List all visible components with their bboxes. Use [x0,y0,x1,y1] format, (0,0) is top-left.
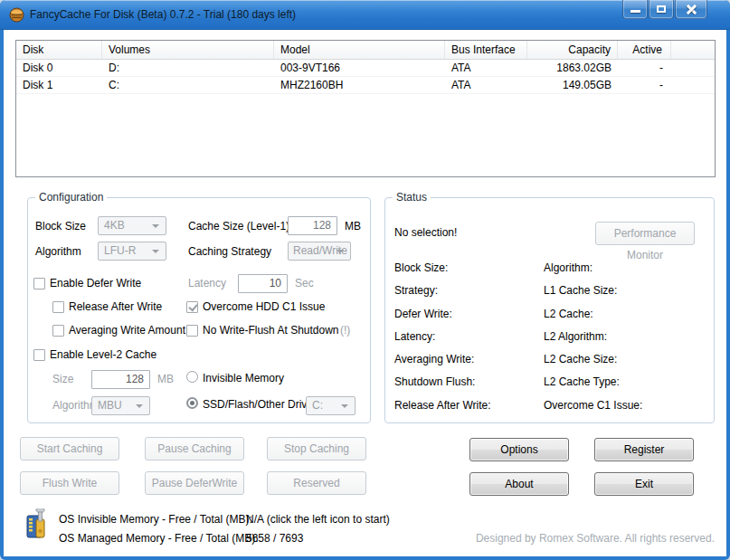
cell-capacity: 1863.02GB [527,60,618,76]
options-button[interactable]: Options [469,438,569,461]
column-header-active[interactable]: Active [618,41,671,59]
averaging-write-amount-label: Averaging Write Amount [69,324,185,337]
chevron-down-icon [136,404,143,408]
cache-size-label: Cache Size (Level-1) [188,220,289,233]
l2-algorithm-select[interactable]: MBU [91,396,150,415]
close-button[interactable] [675,0,707,19]
status-field-label: L2 Algorithm: [544,330,706,353]
enable-defer-write-checkbox[interactable] [33,278,45,289]
averaging-write-amount-checkbox[interactable] [52,325,64,337]
status-field-label: Release After Write: [394,399,544,422]
chevron-down-icon [337,250,344,253]
os-invisible-memory-label: OS Invisible Memory - Free / Total (MB): [59,513,252,527]
cell-model: 003-9VT166 [274,60,445,76]
status-group: Status No selection! Performance Monitor… [384,197,715,423]
app-window: FancyCache For Disk (Beta) 0.7.2 - Trial… [0,0,730,560]
reserved-button[interactable]: Reserved [267,471,366,495]
chevron-down-icon [341,404,348,408]
release-after-write-checkbox[interactable] [52,301,64,313]
minimize-icon [630,10,640,13]
invisible-memory-label: Invisible Memory [203,372,284,385]
caching-strategy-select[interactable]: Read/Write [288,242,351,261]
no-write-flush-checkbox[interactable] [186,325,198,337]
cell-active: - [618,60,671,76]
configuration-group: Configuration Block Size 4KB Cache Size … [27,197,371,423]
invisible-memory-radio[interactable] [186,371,198,383]
cell-volumes: D: [102,60,274,76]
column-header-filler [671,41,715,59]
status-field-label: Shutdown Flush: [394,375,544,398]
status-field-label: L2 Cache: [544,308,706,330]
about-button[interactable]: About [469,472,569,496]
algorithm-select[interactable]: LFU-R [98,242,166,261]
status-field-label: Averaging Write: [394,353,544,375]
l2-size-input[interactable]: 128 [91,370,150,389]
column-header-model[interactable]: Model [274,41,445,59]
cell-capacity: 149.05GB [527,77,618,93]
column-header-disk[interactable]: Disk [16,41,102,59]
column-header-bus-interface[interactable]: Bus Interface [445,41,527,59]
status-field-label: Latency: [394,330,544,353]
block-size-label: Block Size [35,220,86,233]
cell-volumes: C: [102,77,274,93]
os-managed-memory-value: 5658 / 7693 [246,532,303,546]
status-field-label: Defer Write: [394,308,544,330]
enable-level2-cache-label: Enable Level-2 Cache [50,348,156,362]
algorithm-label: Algorithm [35,245,81,259]
stop-caching-button[interactable]: Stop Caching [267,437,366,460]
status-field-label: Block Size: [394,261,544,284]
latency-unit: Sec [295,277,314,290]
maximize-button[interactable] [649,0,674,19]
latency-input[interactable]: 10 [238,274,288,293]
credit-text: Designed by Romex Software. All rights r… [476,532,715,545]
status-message: No selection! [394,226,457,240]
cell-bus: ATA [445,77,527,93]
status-field-label: Overcome C1 Issue: [544,399,706,422]
chevron-down-icon [152,224,159,228]
no-write-flush-warning: (!) [340,324,350,337]
start-caching-button[interactable]: Start Caching [20,437,119,460]
app-icon [9,7,24,23]
table-row[interactable]: Disk 1 C: MHZ2160BH ATA 149.05GB - [16,77,715,94]
column-header-volumes[interactable]: Volumes [102,41,274,59]
chevron-down-icon [152,250,159,253]
configuration-title: Configuration [35,191,107,204]
exit-button[interactable]: Exit [594,472,694,496]
minimize-button[interactable] [622,0,648,19]
status-field-label: L2 Cache Type: [544,375,706,398]
cache-size-input[interactable]: 128 [288,216,337,235]
memory-wrench-icon[interactable] [25,508,51,539]
caching-strategy-label: Caching Strategy [188,245,271,259]
ssd-flash-radio[interactable] [186,397,198,409]
l2-size-label: Size [52,373,73,386]
pause-caching-button[interactable]: Pause Caching [145,437,244,460]
enable-defer-write-label: Enable Defer Write [50,277,141,290]
pause-deferwrite-button[interactable]: Pause DeferWrite [145,471,244,495]
register-button[interactable]: Register [594,438,694,461]
cell-bus: ATA [445,60,527,76]
disk-list: Disk Volumes Model Bus Interface Capacit… [15,40,716,177]
l2-size-unit: MB [157,373,174,386]
maximize-icon [657,5,666,13]
performance-monitor-button[interactable]: Performance Monitor [595,222,695,245]
enable-level2-cache-checkbox[interactable] [33,349,45,361]
no-write-flush-label: No Write-Flush At Shutdown [203,324,339,337]
flush-write-button[interactable]: Flush Write [20,471,119,495]
table-row[interactable]: Disk 0 D: 003-9VT166 ATA 1863.02GB - [16,60,715,77]
block-size-select[interactable]: 4KB [98,216,166,235]
latency-label: Latency [188,277,226,290]
window-title: FancyCache For Disk (Beta) 0.7.2 - Trial… [30,0,296,29]
ssd-flash-label: SSD/Flash/Other Drive [203,398,313,412]
cell-active: - [618,77,671,93]
os-invisible-memory-value: N/A (click the left icon to start) [246,513,390,527]
title-bar[interactable]: FancyCache For Disk (Beta) 0.7.2 - Trial… [0,0,730,30]
release-after-write-label: Release After Write [69,300,162,314]
disk-list-header: Disk Volumes Model Bus Interface Capacit… [16,41,715,60]
status-field-label: Strategy: [394,284,544,307]
status-field-label: L1 Cache Size: [544,284,706,307]
column-header-capacity[interactable]: Capacity [527,41,618,59]
ssd-drive-select[interactable]: C: [306,396,356,415]
os-managed-memory-label: OS Managed Memory - Free / Total (MB): [59,532,259,546]
cache-size-unit: MB [345,220,361,233]
overcome-hdd-c1-checkbox[interactable] [186,301,198,313]
